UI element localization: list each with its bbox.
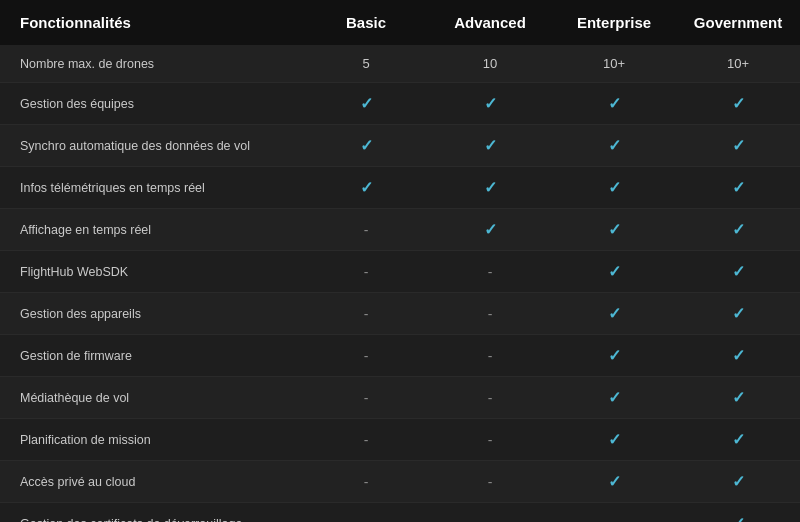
cell-advanced: 10 [428, 45, 552, 83]
header-feature: Fonctionnalités [0, 0, 304, 45]
checkmark-icon: ✓ [732, 389, 745, 406]
dash-icon: - [488, 306, 493, 322]
cell-advanced: - [428, 377, 552, 419]
table-row: Affichage en temps réel-✓✓✓ [0, 209, 800, 251]
cell-enterprise: ✓ [552, 83, 676, 125]
cell-enterprise: ✓ [552, 251, 676, 293]
table-row: FlightHub WebSDK--✓✓ [0, 251, 800, 293]
features-table: Fonctionnalités Basic Advanced Enterpris… [0, 0, 800, 522]
cell-government: ✓ [676, 335, 800, 377]
header-advanced: Advanced [428, 0, 552, 45]
checkmark-icon: ✓ [608, 179, 621, 196]
cell-basic: - [304, 251, 428, 293]
cell-government: ✓ [676, 461, 800, 503]
cell-advanced: - [428, 251, 552, 293]
checkmark-icon: ✓ [608, 389, 621, 406]
cell-advanced: - [428, 503, 552, 523]
cell-advanced: ✓ [428, 209, 552, 251]
cell-government: ✓ [676, 125, 800, 167]
checkmark-icon: ✓ [732, 515, 745, 522]
checkmark-icon: ✓ [732, 431, 745, 448]
cell-enterprise: ✓ [552, 209, 676, 251]
cell-feature: Synchro automatique des données de vol [0, 125, 304, 167]
table-row: Planification de mission--✓✓ [0, 419, 800, 461]
checkmark-icon: ✓ [608, 137, 621, 154]
dash-icon: - [364, 348, 369, 364]
table-row: Gestion de firmware--✓✓ [0, 335, 800, 377]
cell-enterprise: ✓ [552, 377, 676, 419]
cell-feature: Médiathèque de vol [0, 377, 304, 419]
checkmark-icon: ✓ [608, 263, 621, 280]
cell-advanced: ✓ [428, 83, 552, 125]
table-header-row: Fonctionnalités Basic Advanced Enterpris… [0, 0, 800, 45]
dash-icon: - [488, 432, 493, 448]
cell-advanced: - [428, 461, 552, 503]
cell-basic: - [304, 503, 428, 523]
checkmark-icon: ✓ [608, 431, 621, 448]
cell-government: ✓ [676, 293, 800, 335]
checkmark-icon: ✓ [732, 221, 745, 238]
cell-feature: Planification de mission [0, 419, 304, 461]
cell-government: ✓ [676, 419, 800, 461]
dash-icon: - [364, 306, 369, 322]
cell-advanced: - [428, 293, 552, 335]
cell-basic: 5 [304, 45, 428, 83]
cell-government: ✓ [676, 83, 800, 125]
cell-basic: - [304, 461, 428, 503]
cell-feature: Gestion des équipes [0, 83, 304, 125]
header-enterprise: Enterprise [552, 0, 676, 45]
cell-basic: ✓ [304, 83, 428, 125]
checkmark-icon: ✓ [360, 137, 373, 154]
cell-basic: - [304, 209, 428, 251]
value-text: 5 [362, 56, 369, 71]
table-row: Médiathèque de vol--✓✓ [0, 377, 800, 419]
cell-feature: Gestion des appareils [0, 293, 304, 335]
dash-icon: - [364, 432, 369, 448]
cell-basic: ✓ [304, 125, 428, 167]
dash-icon: - [364, 516, 369, 523]
value-text: 10 [483, 56, 497, 71]
cell-enterprise: ✓ [552, 293, 676, 335]
checkmark-icon: ✓ [608, 473, 621, 490]
cell-feature: Infos télémétriques en temps réel [0, 167, 304, 209]
cell-enterprise: - [552, 503, 676, 523]
cell-feature: Affichage en temps réel [0, 209, 304, 251]
cell-enterprise: ✓ [552, 125, 676, 167]
dash-icon: - [488, 264, 493, 280]
table-row: Infos télémétriques en temps réel✓✓✓✓ [0, 167, 800, 209]
checkmark-icon: ✓ [732, 179, 745, 196]
checkmark-icon: ✓ [608, 221, 621, 238]
cell-feature: FlightHub WebSDK [0, 251, 304, 293]
cell-enterprise: ✓ [552, 335, 676, 377]
comparison-table-container: Fonctionnalités Basic Advanced Enterpris… [0, 0, 800, 522]
checkmark-icon: ✓ [732, 95, 745, 112]
cell-government: ✓ [676, 503, 800, 523]
dash-icon: - [364, 222, 369, 238]
checkmark-icon: ✓ [484, 221, 497, 238]
cell-advanced: - [428, 335, 552, 377]
table-row: Gestion des appareils--✓✓ [0, 293, 800, 335]
cell-government: ✓ [676, 251, 800, 293]
cell-government: ✓ [676, 209, 800, 251]
checkmark-icon: ✓ [732, 263, 745, 280]
cell-government: 10+ [676, 45, 800, 83]
header-basic: Basic [304, 0, 428, 45]
cell-enterprise: 10+ [552, 45, 676, 83]
cell-government: ✓ [676, 167, 800, 209]
checkmark-icon: ✓ [360, 95, 373, 112]
table-row: Gestion des certificats de déverrouillag… [0, 503, 800, 523]
cell-enterprise: ✓ [552, 419, 676, 461]
table-row: Gestion des équipes✓✓✓✓ [0, 83, 800, 125]
dash-icon: - [488, 516, 493, 523]
checkmark-icon: ✓ [732, 305, 745, 322]
dash-icon: - [612, 516, 617, 523]
cell-advanced: - [428, 419, 552, 461]
checkmark-icon: ✓ [732, 137, 745, 154]
checkmark-icon: ✓ [608, 95, 621, 112]
checkmark-icon: ✓ [484, 95, 497, 112]
cell-basic: - [304, 335, 428, 377]
value-text: 10+ [603, 56, 625, 71]
dash-icon: - [488, 348, 493, 364]
cell-feature: Gestion des certificats de déverrouillag… [0, 503, 304, 523]
checkmark-icon: ✓ [484, 137, 497, 154]
